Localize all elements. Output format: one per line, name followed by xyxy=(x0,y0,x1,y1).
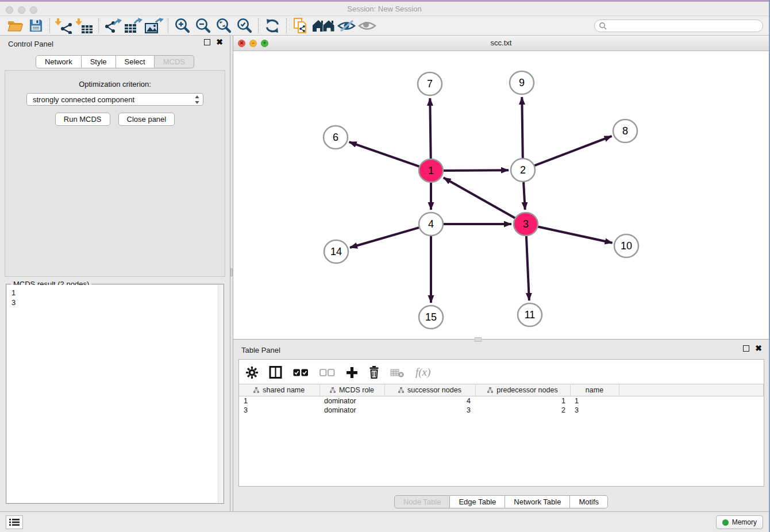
window-zoom-icon[interactable] xyxy=(30,6,37,14)
result-scrollbar[interactable] xyxy=(218,285,223,503)
graph-edge-2-3[interactable] xyxy=(523,181,525,210)
export-image-button[interactable] xyxy=(144,17,164,34)
table-cell[interactable]: 2 xyxy=(475,406,570,415)
graph-edge-1-6[interactable] xyxy=(349,142,421,167)
graph-edge-4-14[interactable] xyxy=(350,227,421,248)
search-field[interactable] xyxy=(594,20,763,32)
copy-network-button[interactable] xyxy=(290,17,311,34)
graph-edge-1-2[interactable] xyxy=(442,170,509,171)
mcds-result-area[interactable]: 13 xyxy=(7,285,223,503)
import-table-button[interactable] xyxy=(74,17,95,34)
zoom-out-button[interactable] xyxy=(192,17,213,34)
table-cell[interactable]: 4 xyxy=(384,396,475,406)
graph-edge-2-9[interactable] xyxy=(522,97,523,159)
memory-button[interactable]: Memory xyxy=(716,515,763,529)
graph-node-11[interactable]: 11 xyxy=(518,303,542,326)
table-settings-button[interactable] xyxy=(246,367,258,379)
export-network-button[interactable] xyxy=(102,17,123,34)
column-header-MCDS-role[interactable]: MCDS role xyxy=(319,384,384,396)
table-columns-button[interactable] xyxy=(269,366,282,379)
splitter-handle[interactable] xyxy=(475,337,482,342)
table-panel-close-icon[interactable]: ✖ xyxy=(755,345,762,352)
main-toolbar xyxy=(0,16,769,36)
graph-node-2[interactable]: 2 xyxy=(511,159,535,182)
network-close-icon[interactable]: ✕ xyxy=(238,40,245,47)
graph-node-6[interactable]: 6 xyxy=(324,126,348,149)
import-network-button[interactable] xyxy=(53,17,74,34)
table-row[interactable]: 3dominator323 xyxy=(239,406,764,415)
table-cell[interactable]: 1 xyxy=(570,396,619,406)
close-panel-button[interactable]: Close panel xyxy=(118,113,175,126)
tab-node-table[interactable]: Node Table xyxy=(394,495,451,508)
graph-edge-3-10[interactable] xyxy=(537,226,613,243)
graph-edge-1-7[interactable] xyxy=(430,98,430,160)
zoom-fit-button[interactable] xyxy=(213,17,234,34)
table-cell[interactable]: 3 xyxy=(384,406,475,415)
graph-node-1[interactable]: 1 xyxy=(419,159,443,182)
copy-network-icon xyxy=(293,17,309,34)
save-session-button[interactable] xyxy=(25,17,46,34)
graph-edge-3-11[interactable] xyxy=(526,235,529,300)
tab-style[interactable]: Style xyxy=(82,55,116,68)
toolbar-separator xyxy=(98,18,99,33)
column-header-name[interactable]: name xyxy=(570,384,619,396)
graph-node-15[interactable]: 15 xyxy=(419,306,443,329)
graph-node-7[interactable]: 7 xyxy=(418,72,442,95)
column-header-predecessor-nodes[interactable]: predecessor nodes xyxy=(475,384,570,396)
column-header-successor-nodes[interactable]: successor nodes xyxy=(384,384,475,396)
control-panel-float-icon[interactable] xyxy=(204,39,210,45)
function-builder-button[interactable]: f(x) xyxy=(415,366,430,379)
column-header-shared-name[interactable]: shared name xyxy=(239,384,319,396)
open-session-button[interactable] xyxy=(5,17,25,34)
table-row[interactable]: 1dominator411 xyxy=(239,396,764,406)
graph-edge-3-1[interactable] xyxy=(444,178,517,218)
task-history-button[interactable] xyxy=(6,515,23,529)
graph-node-4[interactable]: 4 xyxy=(419,213,443,236)
network-titlebar[interactable]: ✕ − + scc.txt xyxy=(233,36,769,51)
export-table-button[interactable] xyxy=(123,17,144,34)
hide-selected-button[interactable] xyxy=(336,17,357,34)
mcds-result-box: MCDS result (2 nodes) 13 xyxy=(6,284,224,504)
window-title: Session: New Session xyxy=(0,2,769,17)
deselect-all-button[interactable] xyxy=(319,369,335,376)
zoom-in-button[interactable] xyxy=(172,17,192,34)
network-minimize-icon[interactable]: − xyxy=(249,40,257,47)
splitter-handle[interactable] xyxy=(230,268,233,276)
table-cell[interactable]: 1 xyxy=(475,396,570,406)
graph-edge-2-8[interactable] xyxy=(533,136,612,166)
zoom-selected-icon xyxy=(236,17,253,34)
first-neighbors-button[interactable] xyxy=(311,17,336,34)
control-panel-close-icon[interactable]: ✖ xyxy=(216,39,223,45)
network-canvas[interactable]: 7968124314101511 xyxy=(233,51,769,340)
show-all-button[interactable] xyxy=(357,17,378,34)
zoom-selected-button[interactable] xyxy=(234,17,255,34)
graph-node-8[interactable]: 8 xyxy=(613,119,637,142)
window-minimize-icon[interactable] xyxy=(18,6,25,14)
optimization-select[interactable]: strongly connected component xyxy=(26,93,203,106)
window-close-icon[interactable] xyxy=(6,6,13,14)
table-cell[interactable]: 3 xyxy=(570,406,619,415)
graph-node-3[interactable]: 3 xyxy=(514,213,538,236)
table-cell[interactable]: dominator xyxy=(319,396,384,406)
select-all-button[interactable] xyxy=(293,369,309,376)
table-cell[interactable]: dominator xyxy=(319,406,384,415)
delete-column-button[interactable] xyxy=(369,366,379,379)
add-column-button[interactable] xyxy=(346,367,358,379)
refresh-button[interactable] xyxy=(262,17,283,34)
tab-network-table[interactable]: Network Table xyxy=(505,495,570,508)
table-cell[interactable]: 3 xyxy=(239,406,319,415)
network-zoom-icon[interactable]: + xyxy=(261,40,268,47)
delete-table-button[interactable] xyxy=(390,368,405,377)
run-mcds-button[interactable]: Run MCDS xyxy=(55,113,110,126)
table-panel-float-icon[interactable] xyxy=(743,345,749,352)
tab-network[interactable]: Network xyxy=(36,55,82,68)
table-cell[interactable]: 1 xyxy=(239,396,319,406)
export-network-icon xyxy=(103,18,122,34)
graph-node-14[interactable]: 14 xyxy=(324,240,348,263)
tab-edge-table[interactable]: Edge Table xyxy=(450,495,505,508)
graph-node-10[interactable]: 10 xyxy=(614,234,638,257)
tab-select[interactable]: Select xyxy=(116,55,155,68)
graph-node-9[interactable]: 9 xyxy=(510,71,534,94)
tab-motifs[interactable]: Motifs xyxy=(570,495,608,508)
tab-mcds[interactable]: MCDS xyxy=(155,55,194,68)
